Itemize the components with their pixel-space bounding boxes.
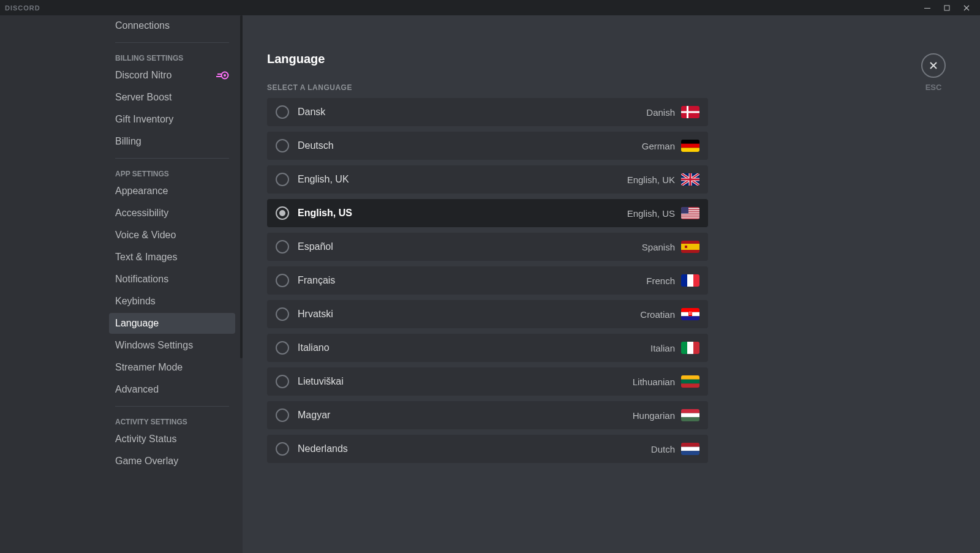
svg-rect-6 [681,111,699,113]
sidebar-item-server-boost[interactable]: Server Boost [109,87,235,108]
sidebar-item-label: Voice & Video [115,230,176,241]
svg-rect-27 [687,274,693,287]
sidebar-item-accessibility[interactable]: Accessibility [109,203,235,224]
app-logo: DISCORD [5,4,40,12]
sidebar-section-header: App Settings [109,165,235,181]
language-english-name: French [646,276,675,286]
svg-rect-39 [693,342,699,354]
sidebar-item-label: Windows Settings [115,340,193,351]
close-settings-button[interactable] [921,53,946,78]
sidebar-item-keybinds[interactable]: Keybinds [109,291,235,312]
sidebar-item-voice-video[interactable]: Voice & Video [109,225,235,246]
language-english-name: Lithuanian [633,377,675,387]
language-option-de[interactable]: DeutschGerman [267,132,708,160]
svg-rect-42 [681,383,699,388]
svg-rect-8 [681,144,699,148]
sidebar-item-advanced[interactable]: Advanced [109,379,235,400]
svg-rect-40 [681,375,699,380]
page-title: Language [267,52,708,66]
svg-rect-24 [681,244,699,250]
sidebar-divider [115,406,229,407]
close-window-button[interactable] [958,1,975,15]
language-option-it[interactable]: ItalianoItalian [267,334,708,362]
language-english-name: German [642,141,675,151]
sidebar-item-windows-settings[interactable]: Windows Settings [109,335,235,356]
sidebar-item-streamer-mode[interactable]: Streamer Mode [109,357,235,378]
window-controls [919,1,975,15]
maximize-button[interactable] [938,1,956,15]
svg-rect-28 [693,274,699,287]
radio-button [276,206,289,220]
settings-sidebar: ConnectionsBilling SettingsDiscord Nitro… [0,15,243,553]
flag-icon [681,173,699,186]
sidebar-item-gift-inventory[interactable]: Gift Inventory [109,109,235,130]
sidebar-item-notifications[interactable]: Notifications [109,269,235,290]
svg-rect-19 [681,214,699,215]
radio-button [276,307,289,321]
sidebar-item-label: Keybinds [115,296,156,307]
sidebar-item-label: Discord Nitro [115,70,172,81]
select-language-label: Select a Language [267,83,708,92]
close-icon [928,60,939,71]
language-native-name: English, UK [298,174,349,185]
svg-rect-22 [681,207,688,214]
sidebar-item-label: Accessibility [115,208,168,219]
language-option-fr[interactable]: FrançaisFrench [267,266,708,295]
language-native-name: Dansk [298,107,325,118]
svg-rect-33 [689,312,690,313]
svg-rect-0 [924,8,930,9]
svg-rect-21 [681,217,699,219]
language-option-es[interactable]: EspañolSpanish [267,233,708,261]
radio-button [276,139,289,152]
language-native-name: English, US [298,208,352,219]
language-native-name: Magyar [298,410,330,421]
sidebar-item-connections[interactable]: Connections [109,15,235,36]
svg-rect-38 [687,342,693,354]
sidebar-divider [115,158,229,159]
sidebar-item-discord-nitro[interactable]: Discord Nitro [109,65,235,86]
language-option-hu[interactable]: MagyarHungarian [267,401,708,429]
language-option-nl[interactable]: NederlandsDutch [267,435,708,463]
sidebar-item-activity-status[interactable]: Activity Status [109,429,235,450]
radio-button [276,173,289,186]
language-english-name: Spanish [642,242,675,252]
language-english-name: Hungarian [633,410,675,421]
language-english-name: Dutch [651,444,675,454]
sidebar-item-text-images[interactable]: Text & Images [109,247,235,268]
flag-icon [681,342,699,354]
language-option-gb[interactable]: English, UKEnglish, UK [267,165,708,194]
svg-rect-36 [691,314,692,315]
sidebar-item-language[interactable]: Language [109,313,235,334]
sidebar-item-label: Game Overlay [115,456,178,467]
sidebar-item-label: Language [115,318,159,329]
sidebar-item-label: Streamer Mode [115,362,183,373]
language-english-name: Croatian [640,309,675,320]
sidebar-item-game-overlay[interactable]: Game Overlay [109,451,235,472]
svg-rect-26 [681,274,687,287]
settings-main: Language Select a Language DanskDanishDe… [243,15,980,553]
svg-rect-1 [944,6,949,10]
flag-icon [681,106,699,118]
escape-label: ESC [925,83,942,92]
sidebar-section-header: Billing Settings [109,49,235,65]
svg-rect-47 [681,447,699,451]
svg-rect-14 [681,179,699,181]
radio-button [276,442,289,456]
language-option-us[interactable]: English, USEnglish, US [267,199,708,227]
language-option-lt[interactable]: LietuviškaiLithuanian [267,367,708,396]
language-native-name: Nederlands [298,443,348,454]
flag-icon [681,241,699,253]
radio-button [276,408,289,422]
sidebar-section-header: Activity Settings [109,413,235,429]
svg-rect-25 [685,246,687,248]
sidebar-item-appearance[interactable]: Appearance [109,181,235,201]
svg-rect-34 [691,312,692,313]
sidebar-item-label: Advanced [115,384,159,395]
language-native-name: Lietuviškai [298,376,344,387]
sidebar-item-billing[interactable]: Billing [109,131,235,152]
language-option-dk[interactable]: DanskDanish [267,98,708,126]
radio-button [276,375,289,388]
minimize-button[interactable] [919,1,936,15]
language-option-hr[interactable]: HrvatskiCroatian [267,300,708,328]
language-native-name: Français [298,275,335,286]
